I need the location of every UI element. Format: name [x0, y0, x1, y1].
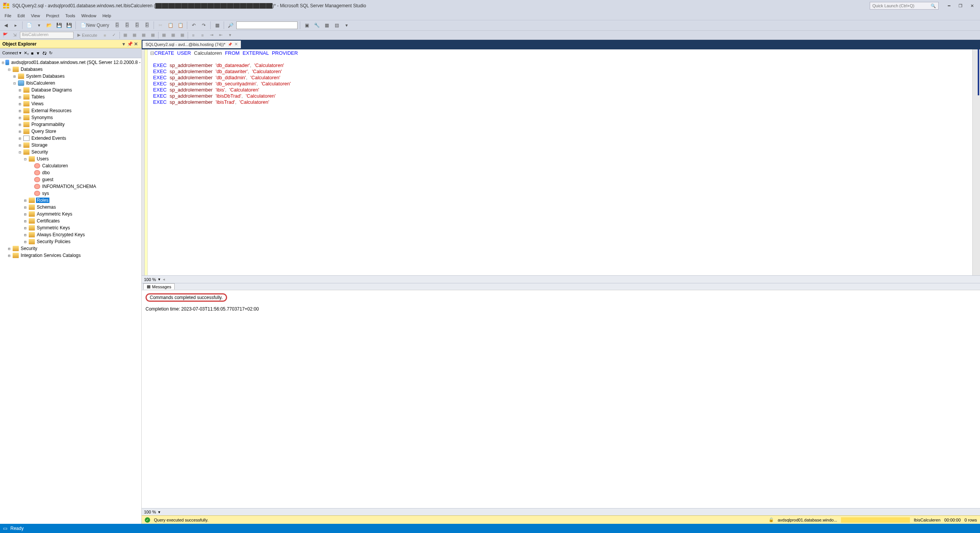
- tree-synonyms[interactable]: Synonyms: [31, 115, 54, 120]
- menu-window[interactable]: Window: [78, 13, 99, 19]
- zoom-level[interactable]: 100 %: [144, 277, 156, 282]
- find-combo[interactable]: [236, 21, 298, 29]
- maximize-button[interactable]: ❐: [955, 2, 966, 10]
- tree-db-diagrams[interactable]: Database Diagrams: [31, 87, 73, 93]
- results-text-icon[interactable]: ▦: [169, 31, 177, 39]
- sync-icon[interactable]: ↻: [49, 51, 52, 56]
- menu-file[interactable]: File: [2, 13, 15, 19]
- menu-project[interactable]: Project: [43, 13, 62, 19]
- tree-schemas[interactable]: Schemas: [36, 204, 57, 210]
- tree-users[interactable]: Users: [36, 156, 49, 162]
- save-all-icon[interactable]: 💾: [65, 21, 73, 29]
- toolbar-dropdown-icon[interactable]: ▾: [342, 21, 351, 29]
- paste-icon[interactable]: 📋: [176, 21, 185, 29]
- connect-button[interactable]: Connect ▾: [2, 51, 21, 56]
- code-content[interactable]: ⊟CREATE USER Calculatoren FROM EXTERNAL …: [148, 49, 972, 275]
- menu-view[interactable]: View: [28, 13, 43, 19]
- code-scrollbar[interactable]: [972, 49, 980, 275]
- menu-edit[interactable]: Edit: [15, 13, 28, 19]
- panel-close-icon[interactable]: ✕: [133, 41, 139, 47]
- live-stats-icon[interactable]: ▦: [149, 31, 157, 39]
- tree-system-databases[interactable]: System Databases: [25, 74, 65, 79]
- menu-tools[interactable]: Tools: [62, 13, 79, 19]
- tree-user-sys[interactable]: sys: [41, 191, 50, 196]
- results-file-icon[interactable]: ▦: [178, 31, 186, 39]
- indent-icon[interactable]: ⇥: [208, 31, 216, 39]
- tab-pin-icon[interactable]: 📌: [228, 43, 232, 46]
- tree-user-guest[interactable]: guest: [41, 177, 54, 182]
- panel-dropdown-icon[interactable]: ▾: [121, 41, 127, 47]
- tree-server[interactable]: avdsqlprod01.database.windows.net (SQL S…: [10, 60, 141, 65]
- tree-programmability[interactable]: Programmability: [31, 122, 65, 127]
- uncomment-icon[interactable]: ≡: [199, 31, 206, 39]
- estimated-plan-icon[interactable]: ▦: [121, 31, 129, 39]
- outdent-icon[interactable]: ⇤: [217, 31, 225, 39]
- specify-values-icon[interactable]: ▾: [226, 31, 234, 39]
- intellisense-icon[interactable]: ▦: [140, 31, 147, 39]
- tree-user-calculatoren[interactable]: Calculatoren: [41, 163, 69, 168]
- quick-launch[interactable]: 🔍: [870, 2, 939, 10]
- panel-pin-icon[interactable]: 📌: [127, 41, 133, 47]
- tree-certificates[interactable]: Certificates: [36, 218, 61, 224]
- comment-icon[interactable]: ≡: [190, 31, 197, 39]
- db-engine-query-icon[interactable]: 🗄: [113, 21, 121, 29]
- zoom-dropdown-icon[interactable]: ▾: [158, 277, 160, 282]
- tree-extended-events[interactable]: Extended Events: [31, 136, 67, 141]
- mdx-query-icon[interactable]: 🗄: [133, 21, 141, 29]
- tree-asymmetric-keys[interactable]: Asymmetric Keys: [36, 211, 73, 217]
- tree-roles[interactable]: Roles: [36, 198, 49, 203]
- database-combo[interactable]: IbisCalculeren: [20, 32, 74, 39]
- menu-help[interactable]: Help: [99, 13, 114, 19]
- tree-integration-services[interactable]: Integration Services Catalogs: [20, 253, 82, 258]
- cut-icon[interactable]: ✂: [156, 21, 165, 29]
- copy-icon[interactable]: 📋: [166, 21, 175, 29]
- tree-security-root[interactable]: Security: [20, 246, 38, 251]
- nav-back-icon[interactable]: ◀: [2, 21, 10, 29]
- close-button[interactable]: ✕: [966, 2, 978, 10]
- minimize-button[interactable]: ━: [943, 2, 955, 10]
- tree-security[interactable]: Security: [31, 149, 49, 155]
- tree-databases[interactable]: Databases: [20, 67, 43, 72]
- filter-icon[interactable]: ▼: [36, 51, 40, 56]
- messages-zoom-level[interactable]: 100 %: [144, 510, 156, 514]
- parse-icon[interactable]: ✓: [110, 31, 118, 39]
- stop-connect-icon[interactable]: ■: [31, 51, 34, 56]
- new-dropdown-icon[interactable]: ▾: [35, 21, 43, 29]
- save-icon[interactable]: 💾: [55, 21, 63, 29]
- tree-tables[interactable]: Tables: [31, 94, 46, 100]
- tree-user-dbo[interactable]: dbo: [41, 170, 51, 175]
- messages-panel[interactable]: Commands completed successfully. Complet…: [142, 290, 980, 508]
- tree-ibiscalculeren[interactable]: IbisCalculeren: [25, 80, 56, 86]
- code-editor[interactable]: ⊟CREATE USER Calculatoren FROM EXTERNAL …: [142, 49, 980, 275]
- properties-icon[interactable]: 🔧: [312, 21, 321, 29]
- open-icon[interactable]: 📂: [45, 21, 53, 29]
- find-icon[interactable]: 🔎: [226, 21, 235, 29]
- disconnect-icon[interactable]: ✕ᵧ: [24, 51, 29, 56]
- tree-ext-resources[interactable]: External Resources: [31, 108, 72, 113]
- activity-monitor-icon[interactable]: ▦: [213, 21, 221, 29]
- tree-user-info-schema[interactable]: INFORMATION_SCHEMA: [41, 184, 97, 189]
- analysis-query-icon[interactable]: 🗄: [123, 21, 131, 29]
- registered-servers-icon[interactable]: ▣: [303, 21, 311, 29]
- redo-icon[interactable]: ↷: [200, 21, 208, 29]
- tree-always-encrypted[interactable]: Always Encrypted Keys: [36, 232, 85, 237]
- quick-launch-input[interactable]: [872, 3, 931, 8]
- tree-storage[interactable]: Storage: [31, 142, 48, 148]
- tab-close-icon[interactable]: ✕: [234, 42, 238, 47]
- tree-security-policies[interactable]: Security Policies: [36, 239, 71, 244]
- stop-icon[interactable]: ■: [101, 31, 109, 39]
- template-explorer-icon[interactable]: ▤: [332, 21, 341, 29]
- new-project-icon[interactable]: 📄: [25, 21, 33, 29]
- tree-query-store[interactable]: Query Store: [31, 129, 57, 134]
- new-query-button[interactable]: 📄 New Query: [78, 21, 111, 29]
- tree-views[interactable]: Views: [31, 101, 44, 106]
- use-db-icon[interactable]: ⇲: [11, 31, 18, 39]
- messages-zoom-dropdown-icon[interactable]: ▾: [158, 510, 160, 515]
- editor-tab-1[interactable]: SQLQuery2.sql - avd...@ibis.hosting (74)…: [142, 41, 241, 48]
- nav-fwd-icon[interactable]: ▸: [11, 21, 20, 29]
- refresh-icon[interactable]: 🗘: [43, 51, 47, 56]
- execute-button[interactable]: ▶ Execute: [75, 33, 100, 38]
- tree-symmetric-keys[interactable]: Symmetric Keys: [36, 225, 71, 231]
- object-tree[interactable]: ⊟avdsqlprod01.database.windows.net (SQL …: [0, 58, 141, 524]
- results-grid-icon[interactable]: ▦: [160, 31, 168, 39]
